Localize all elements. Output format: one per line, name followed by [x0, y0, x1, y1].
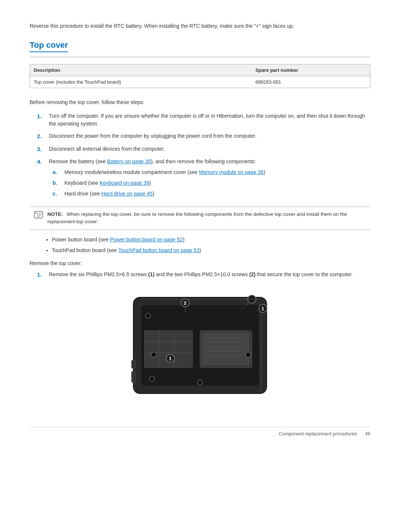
hard-drive-link[interactable]: Hard drive on page 45: [101, 191, 153, 197]
before-steps-label: Before removing the top cover, follow th…: [30, 98, 370, 106]
step-2: 2. Disconnect the power from the compute…: [37, 132, 370, 141]
step-3-text: Disconnect all external devices from the…: [49, 145, 370, 153]
touchpad-button-link[interactable]: TouchPad button board on page 53: [119, 247, 200, 253]
page: Reverse this procedure to install the RT…: [0, 0, 400, 459]
step-2-num: 2.: [37, 132, 47, 141]
parts-table: Description Spare part number Top cover …: [30, 64, 370, 88]
remove-label: Remove the top cover:: [30, 260, 370, 266]
section-title: Top cover: [30, 40, 68, 52]
section-title-wrapper: Top cover: [30, 40, 370, 57]
intro-paragraph: Reverse this procedure to install the RT…: [30, 22, 370, 30]
note-label: NOTE:: [47, 211, 63, 217]
step-4: 4. Remove the battery (see Battery on pa…: [37, 158, 370, 201]
bullet-2: TouchPad button board (see TouchPad butt…: [52, 247, 370, 254]
laptop-diagram: 2 1 1: [111, 286, 289, 412]
step-1-text: Turn off the computer. If you are unsure…: [49, 112, 370, 128]
sub-step-b-content: Keyboard (see Keyboard on page 39): [64, 179, 151, 187]
sub-step-c: c. Hard drive (see Hard drive on page 45…: [53, 190, 370, 198]
table-row-description: Top cover (includes the TouchPad board): [34, 79, 256, 85]
table-header-spare: Spare part number: [256, 67, 366, 73]
table-row: Top cover (includes the TouchPad board) …: [30, 76, 370, 88]
battery-link[interactable]: Battery on page 35: [107, 158, 151, 164]
remove-step-1-num: 1.: [37, 271, 47, 279]
steps-list: 1. Turn off the computer. If you are uns…: [37, 112, 370, 201]
step-4-text-before: Remove the battery (see: [49, 158, 107, 164]
table-header-description: Description: [34, 67, 256, 73]
step-1-num: 1.: [37, 112, 47, 121]
note-text: When replacing the top cover, be sure to…: [47, 211, 347, 224]
sub-step-b: b. Keyboard (see Keyboard on page 39): [53, 179, 370, 187]
sub-step-c-content: Hard drive (see Hard drive on page 45): [64, 190, 154, 198]
step-3: 3. Disconnect all external devices from …: [37, 145, 370, 154]
footer: Component replacement procedures 49: [30, 427, 370, 436]
remove-step-1-content: Remove the six Phillips PM2.5×6.5 screws…: [49, 271, 370, 278]
screw1-label-tr: 1: [261, 306, 264, 311]
keyboard-link[interactable]: Keyboard on page 39: [100, 180, 149, 186]
svg-point-30: [246, 352, 251, 357]
svg-rect-37: [131, 360, 135, 368]
laptop-diagram-svg: 2 1 1: [111, 286, 289, 412]
power-button-link[interactable]: Power button board on page 52: [110, 237, 183, 242]
sub-step-a-content: Memory module/wireless module compartmen…: [64, 168, 265, 176]
step-4-text-after: ), and then remove the following compone…: [151, 158, 256, 164]
sub-step-b-num: b.: [53, 179, 63, 187]
footer-label: Component replacement procedures: [279, 431, 357, 436]
note-icon: [34, 211, 44, 222]
table-header: Description Spare part number: [30, 64, 370, 76]
step-4-num: 4.: [37, 158, 47, 166]
screw-bold-2: (2): [249, 271, 256, 277]
screw1-label-mid: 1: [169, 356, 171, 361]
sub-steps: a. Memory module/wireless module compart…: [53, 168, 370, 198]
screw-bold-1: (1): [148, 271, 154, 277]
note-box: NOTE: When replacing the top cover, be s…: [30, 207, 370, 230]
svg-point-29: [151, 352, 156, 357]
svg-point-33: [146, 313, 151, 318]
sub-step-a-num: a.: [53, 168, 63, 176]
svg-point-32: [149, 376, 154, 381]
memory-module-link[interactable]: Memory module on page 36: [199, 169, 263, 175]
bullet-list: Power button board (see Power button boa…: [52, 236, 370, 254]
bullet-1: Power button board (see Power button boa…: [52, 236, 370, 244]
step-1: 1. Turn off the computer. If you are uns…: [37, 112, 370, 128]
screw2-label: 2: [184, 300, 186, 306]
table-row-spare: 686283-001: [256, 79, 366, 85]
step-2-text: Disconnect the power from the computer b…: [49, 132, 370, 140]
footer-page: 49: [365, 431, 370, 436]
remove-step-1: 1. Remove the six Phillips PM2.5×6.5 scr…: [37, 271, 370, 279]
step-3-num: 3.: [37, 145, 47, 154]
svg-point-31: [197, 380, 203, 385]
sub-step-a: a. Memory module/wireless module compart…: [53, 168, 370, 176]
note-svg-icon: [34, 211, 44, 219]
note-content: NOTE: When replacing the top cover, be s…: [47, 211, 366, 226]
remove-steps-list: 1. Remove the six Phillips PM2.5×6.5 scr…: [37, 271, 370, 279]
svg-rect-36: [131, 371, 135, 382]
step-4-content: Remove the battery (see Battery on page …: [49, 158, 370, 201]
sub-step-c-num: c.: [53, 190, 63, 198]
